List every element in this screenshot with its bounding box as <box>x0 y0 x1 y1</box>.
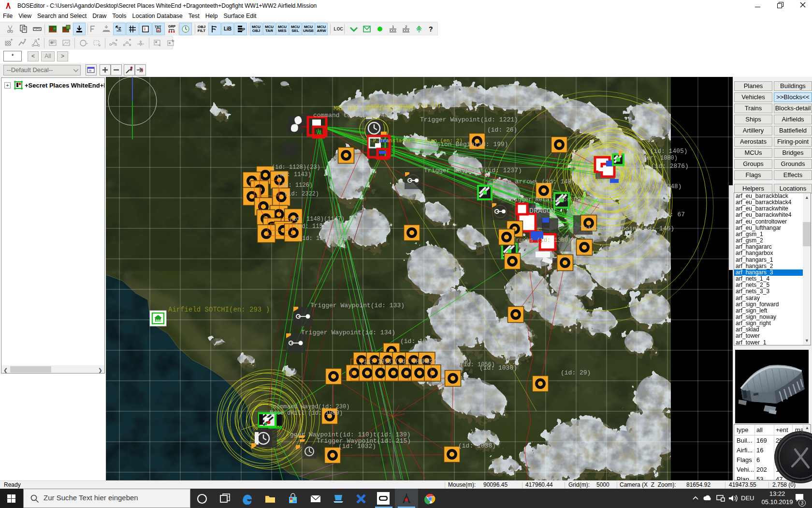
svg-text:command waypd(id: 230): command waypd(id: 230) <box>273 403 349 410</box>
svg-text:(id: 25): (id: 25) <box>536 299 566 306</box>
svg-text:P: P <box>242 27 245 32</box>
svg-text:Airfield SOTCHI(en: 293 ): Airfield SOTCHI(en: 293 ) <box>168 306 270 314</box>
svg-text:(id: 1038): (id: 1038) <box>458 442 496 449</box>
svg-text:(id: 1059): (id: 1059) <box>400 338 438 345</box>
svg-text:Trucks (id: 1380): Trucks (id: 1380) <box>512 237 571 244</box>
svg-text:Aggressor WingE (id 37): Aggressor WingE (id 37) <box>367 103 441 109</box>
svg-text:(id: 1126): (id: 1126) <box>278 182 313 189</box>
svg-text:?: ? <box>429 25 433 33</box>
svg-text:Z: Z <box>118 26 121 31</box>
svg-text:Trigger Waypoint(id: 146): Trigger Waypoint(id: 146) <box>580 225 674 232</box>
svg-text:Trucks (id: 1405): Trucks (id: 1405) <box>624 148 688 155</box>
svg-text:Trigger Retaliator 09: Trigger Retaliator 09 <box>508 196 580 203</box>
svg-text:H: H <box>158 29 160 32</box>
svg-text:(id: 1128)(23): (id: 1128)(23) <box>272 164 320 171</box>
svg-text:(id: 2322): (id: 2322) <box>284 191 319 197</box>
svg-text:(id: 1148)(1150): (id: 1148)(1150) <box>299 235 354 242</box>
svg-text:Trigger Waypoint(id: 1237): Trigger Waypoint(id: 1237) <box>424 167 522 174</box>
svg-text:(id: 1153): (id: 1153) <box>295 223 330 230</box>
svg-text:(id: 1032): (id: 1032) <box>338 443 376 450</box>
svg-text:ingfight(id: 67: ingfight(id: 67 <box>628 211 685 218</box>
svg-text:2: 2 <box>405 25 407 29</box>
svg-text:(id: 1013)(id: CHBHB2(135) 105: (id: 1013)(id: CHBHB2(135) 1059) <box>360 359 471 365</box>
svg-text:Trigger Waypoint(id: 133): Trigger Waypoint(id: 133) <box>310 302 405 309</box>
svg-text:DRAGON: DRAGON <box>529 207 555 215</box>
svg-text:(id: 1148)(1147): (id: 1148)(1147) <box>289 216 345 223</box>
svg-text:(ad: 1143): (ad: 1143) <box>276 171 311 178</box>
svg-text:i: i <box>145 27 146 31</box>
svg-text:TXT: TXT <box>155 25 161 29</box>
svg-text:command tower(id: 489): command tower(id: 489) <box>313 112 396 119</box>
svg-text:GRP: GRP <box>168 25 176 28</box>
svg-text:P.Translator 04 sign (en: 2): P.Translator 04 sign (en: 2) <box>373 138 463 144</box>
svg-text:1: 1 <box>392 25 394 29</box>
svg-text:Trigger Waypoint(id: 134): Trigger Waypoint(id: 134) <box>301 329 395 336</box>
svg-text:Nose dkill (id: 1989): Nose dkill (id: 1989) <box>270 410 343 417</box>
svg-text:Waypoint(id: 348): Waypoint(id: 348) <box>618 183 682 190</box>
svg-text:tower (id: 2876): tower (id: 2876) <box>628 163 689 170</box>
svg-text:(id: 29): (id: 29) <box>561 369 591 376</box>
svg-text:(er: 1080): (er: 1080) <box>643 155 678 162</box>
svg-text:Trigger Waypoint(id: 1221): Trigger Waypoint(id: 1221) <box>420 116 518 123</box>
svg-text:(id: 26): (id: 26) <box>487 126 517 134</box>
svg-text:Route arrows (id: 148): Route arrows (id: 148) <box>493 178 576 185</box>
svg-text:(id: 1030): (id: 1030) <box>479 364 517 372</box>
